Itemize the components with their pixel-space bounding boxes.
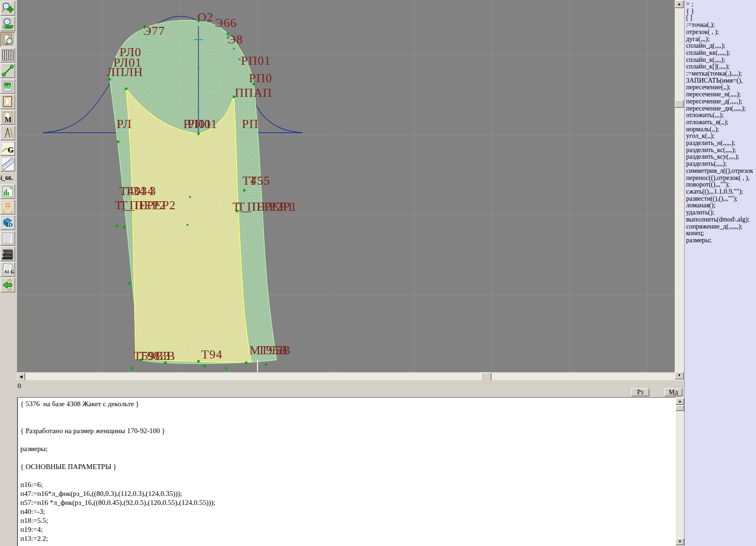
command-item[interactable]: сопряжение_д(,,,,,,); bbox=[686, 223, 756, 230]
command-item[interactable]: угол_к(,,); bbox=[686, 133, 756, 140]
command-item[interactable]: разделить(,,,,); bbox=[686, 161, 756, 168]
measure-tool[interactable] bbox=[0, 63, 15, 78]
canvas-vscroll-down[interactable]: ▼ bbox=[675, 372, 684, 379]
command-item[interactable]: сплайн_кк(,,,,,); bbox=[686, 50, 756, 57]
command-item[interactable]: поворот((),,,""); bbox=[686, 181, 756, 188]
zoom-out-tool[interactable] bbox=[0, 17, 15, 31]
command-item[interactable]: разделить_кс(,,,,); bbox=[686, 147, 756, 154]
code-editor[interactable]: { 5376 на базе 4308 Жакет с декольте }{ … bbox=[17, 397, 676, 546]
canvas-vscroll-thumb[interactable] bbox=[675, 100, 684, 108]
command-item[interactable]: выполнить(dmod\.alg); bbox=[686, 216, 756, 223]
command-item[interactable]: размеры; bbox=[686, 237, 756, 244]
command-item[interactable]: сплайн_к[](,,,,); bbox=[686, 63, 756, 70]
code-line: п19:=4; bbox=[20, 526, 676, 535]
books-icon bbox=[1, 247, 14, 260]
canvas-hscroll-thumb[interactable] bbox=[481, 373, 491, 381]
drawing-canvas[interactable]: О2Э66Э77Э8РЛ0РЛ01ЛПЛНРП01РП0ППАПРЛРЛ01РП… bbox=[17, 0, 675, 372]
pattern-frame-icon bbox=[1, 95, 14, 108]
point-label: РЛ bbox=[117, 118, 132, 130]
point-label: ЛПЛН bbox=[107, 66, 143, 78]
3d-icon: 3D bbox=[1, 216, 14, 229]
command-item[interactable]: :=метка(точка(,),,,,); bbox=[686, 70, 756, 77]
picture-icon bbox=[1, 80, 14, 93]
status-row: 0 Рз Мд bbox=[0, 380, 684, 397]
command-item[interactable]: пересечение_дн(,,,,,); bbox=[686, 105, 756, 112]
g-sketch-tool[interactable]: G bbox=[0, 141, 15, 156]
alg-file-tool[interactable]: ALG bbox=[0, 262, 15, 277]
command-item[interactable]: разделить_ксу(,,,,); bbox=[686, 154, 756, 161]
pattern-frame-tool[interactable] bbox=[0, 94, 15, 109]
label-layer: О2Э66Э77Э8РЛ0РЛ01ЛПЛНРП01РП0ППАПРЛРЛ01РП… bbox=[17, 0, 675, 372]
m-glyph: M bbox=[5, 116, 11, 123]
i66-label: i_66. bbox=[0, 174, 17, 182]
editor-vscroll-up[interactable]: ▲ bbox=[676, 398, 684, 405]
grid-tool[interactable] bbox=[0, 48, 15, 62]
canvas-hscroll-left[interactable]: ◀ bbox=[17, 373, 25, 381]
command-item[interactable]: перенос((),отрезок( , ), bbox=[686, 175, 756, 182]
point-label: Т34 3 bbox=[125, 185, 156, 197]
g-glyph: G bbox=[8, 145, 14, 154]
point-label: Э77 bbox=[143, 25, 165, 37]
code-line: { 5376 на базе 4308 Жакет с декольте } bbox=[20, 400, 676, 409]
command-item[interactable]: ломаная(); bbox=[686, 202, 756, 209]
command-item[interactable]: :=точка(,); bbox=[686, 22, 756, 29]
editor-vscroll-down[interactable]: ▼ bbox=[676, 538, 684, 545]
command-item[interactable]: пересечение_н(,,,,); bbox=[686, 91, 756, 98]
point-label: Т_ПЕР2 bbox=[120, 199, 166, 212]
pattern-m-icon: M bbox=[1, 111, 14, 124]
command-item[interactable]: отрезок( , ); bbox=[686, 29, 756, 36]
canvas-hscroll-track[interactable] bbox=[17, 373, 675, 381]
code-line: размеры; bbox=[20, 445, 676, 454]
command-item[interactable]: отложить_в(,,); bbox=[686, 119, 756, 126]
command-item[interactable]: пересечение(,,); bbox=[686, 84, 756, 91]
size-table-tool[interactable] bbox=[0, 184, 15, 199]
command-item[interactable]: { } bbox=[686, 8, 756, 15]
left-toolbar: M G bbox=[0, 0, 17, 546]
canvas-vscroll-track[interactable] bbox=[675, 0, 684, 380]
point-label: Э66 bbox=[215, 17, 237, 29]
command-item[interactable]: сжать((),,,1.1,0.9,""); bbox=[686, 188, 756, 196]
code-line: п47:=п16*л_фнк(рз_16,((80,0.3),(112,0.3)… bbox=[20, 490, 676, 499]
view-pattern-tool[interactable] bbox=[0, 32, 15, 47]
code-line: п16:=6; bbox=[20, 481, 676, 490]
command-item[interactable]: конец; bbox=[686, 230, 756, 237]
pattern-magnifier-icon bbox=[1, 33, 14, 46]
command-item[interactable]: разделить_н(,,,,,); bbox=[686, 140, 756, 147]
drafting-tool[interactable] bbox=[0, 126, 15, 140]
editor-vscroll-thumb[interactable] bbox=[676, 405, 684, 411]
md-button[interactable]: Мд bbox=[664, 388, 682, 396]
command-item[interactable]: симметрия_л((),отрезок bbox=[686, 168, 756, 175]
command-item[interactable]: сплайн_д(,,,,); bbox=[686, 43, 756, 50]
zoom-in-icon bbox=[1, 2, 14, 15]
command-item[interactable]: ЗАПИСАТЬ(имя=(), bbox=[686, 77, 756, 85]
archive-books-tool[interactable] bbox=[0, 247, 15, 261]
point-label: Т_ПЕР2Р1 bbox=[237, 201, 297, 213]
point-label: Т983В bbox=[139, 350, 175, 362]
zoom-in-tool[interactable] bbox=[0, 1, 15, 16]
command-item[interactable]: развести((),(),,,""); bbox=[686, 196, 756, 203]
code-line: { Разработано на размер женщины 170-92-1… bbox=[20, 427, 676, 436]
model-photo-tool[interactable] bbox=[0, 200, 15, 214]
command-item[interactable]: = ; bbox=[686, 1, 756, 8]
ruler-tool[interactable] bbox=[0, 157, 15, 171]
point-label: Т95В bbox=[258, 344, 288, 357]
command-item[interactable]: нормаль(,,); bbox=[686, 126, 756, 133]
compass-icon bbox=[1, 127, 14, 139]
canvas-vscroll-up[interactable]: ▲ bbox=[675, 0, 684, 8]
code-line bbox=[20, 418, 676, 427]
3d-tool[interactable]: 3D bbox=[0, 215, 15, 230]
command-item[interactable]: [ ] bbox=[686, 15, 756, 22]
back-arrow-tool[interactable] bbox=[0, 278, 15, 292]
command-item[interactable]: удалить(); bbox=[686, 209, 756, 216]
command-panel: = ;{ }[ ]:=точка(,);отрезок( , );дуга(,,… bbox=[684, 0, 756, 546]
green-arrow-icon bbox=[1, 279, 14, 291]
command-item[interactable]: отложить(,,,); bbox=[686, 112, 756, 119]
rz-button[interactable]: Рз bbox=[631, 388, 649, 396]
command-item[interactable]: сплайн_к(,,,,); bbox=[686, 57, 756, 64]
editor-vscroll-track[interactable] bbox=[676, 397, 684, 546]
text-list-tool[interactable] bbox=[0, 231, 15, 246]
command-item[interactable]: пересечение_д(,,,,,); bbox=[686, 98, 756, 105]
image-view-tool[interactable] bbox=[0, 79, 15, 94]
command-item[interactable]: дуга(,,,); bbox=[686, 36, 756, 43]
pattern-m-tool[interactable]: M bbox=[0, 110, 15, 125]
